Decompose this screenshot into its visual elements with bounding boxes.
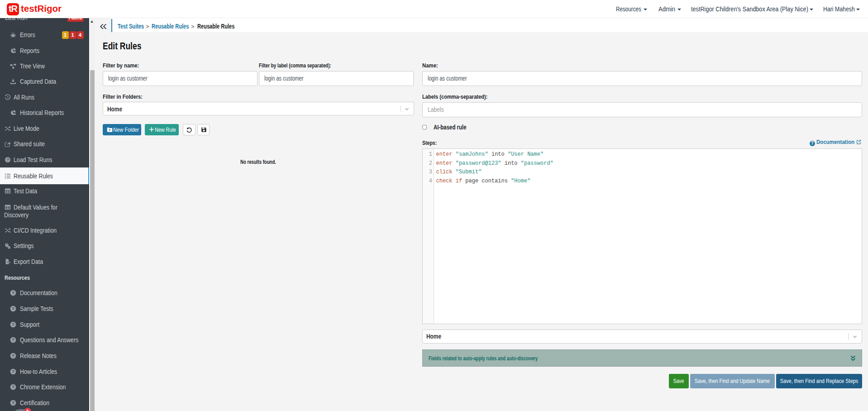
svg-text:?: ? [12, 306, 14, 311]
svg-text:?: ? [12, 401, 14, 405]
svg-text:?: ? [12, 369, 14, 374]
svg-text:?: ? [12, 291, 14, 295]
svg-text:?: ? [12, 322, 14, 327]
svg-text:?: ? [12, 338, 14, 343]
svg-text:?: ? [12, 385, 14, 389]
svg-text:?: ? [12, 354, 14, 358]
